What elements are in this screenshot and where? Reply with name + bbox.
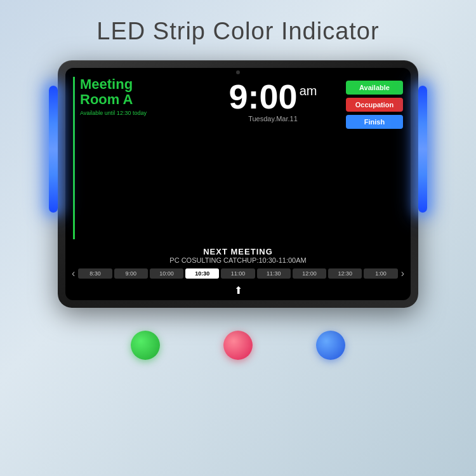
time-period: am xyxy=(300,84,317,97)
timeline: ‹ 8:30 9:00 10:00 10:30 11:00 11:30 12:0… xyxy=(65,265,411,284)
status-buttons: Available Occupation Finish xyxy=(346,77,403,239)
arrow-indicator: ⬆ xyxy=(65,284,411,300)
led-strip-left xyxy=(49,86,58,213)
screen-top: Meeting Room A Available until 12:30 tod… xyxy=(65,68,411,244)
time-slot-1000[interactable]: 10:00 xyxy=(150,268,183,279)
tablet-device: Meeting Room A Available until 12:30 tod… xyxy=(54,60,422,308)
timeline-next[interactable]: › xyxy=(400,268,406,279)
time-slot-1230[interactable]: 12:30 xyxy=(328,268,362,279)
date-display: Tuesday.Mar.11 xyxy=(248,115,298,122)
time-display: 9:00 am xyxy=(229,79,317,114)
next-meeting-title: NEXT MEETING xyxy=(72,247,404,256)
finish-button[interactable]: Finish xyxy=(346,115,403,129)
color-indicators xyxy=(131,331,345,360)
page-title: LED Strip Color Indicator xyxy=(96,18,379,45)
next-meeting-detail: PC COSULTING CATCHUP:10:30-11:00AM xyxy=(72,256,404,264)
green-indicator xyxy=(131,331,160,360)
room-availability: Available until 12:30 today xyxy=(80,110,200,116)
next-meeting: NEXT MEETING PC COSULTING CATCHUP:10:30-… xyxy=(65,244,411,265)
available-button[interactable]: Available xyxy=(346,81,403,95)
time-slot-900[interactable]: 9:00 xyxy=(114,268,148,279)
occupation-button[interactable]: Occupation xyxy=(346,98,403,112)
tablet-shell: Meeting Room A Available until 12:30 tod… xyxy=(58,60,418,308)
screen: Meeting Room A Available until 12:30 tod… xyxy=(65,68,411,300)
time-slot-1130[interactable]: 11:30 xyxy=(257,268,291,279)
blue-indicator xyxy=(316,331,345,360)
time-section: 9:00 am Tuesday.Mar.11 xyxy=(205,77,341,239)
room-name: Meeting Room A xyxy=(80,77,200,107)
room-info: Meeting Room A Available until 12:30 tod… xyxy=(73,77,200,239)
time-slot-830[interactable]: 8:30 xyxy=(78,268,112,279)
timeline-prev[interactable]: ‹ xyxy=(70,268,76,279)
time-slot-1100[interactable]: 11:00 xyxy=(221,268,255,279)
pink-indicator xyxy=(223,331,253,360)
time-slot-100[interactable]: 1:00 xyxy=(364,268,397,279)
time-hour: 9:00 xyxy=(229,79,298,114)
time-slot-1200[interactable]: 12:00 xyxy=(293,268,326,279)
led-strip-right xyxy=(418,86,427,213)
time-slot-1030[interactable]: 10:30 xyxy=(185,268,219,279)
arrow-up-icon: ⬆ xyxy=(234,284,242,296)
camera-dot xyxy=(236,70,240,74)
